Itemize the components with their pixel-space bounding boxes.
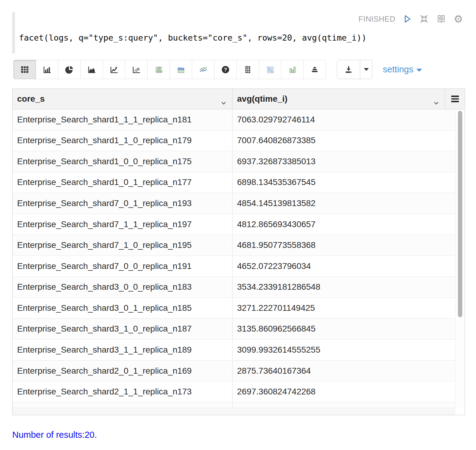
paragraph-status: FINISHED bbox=[358, 15, 395, 24]
table-row: Enterprise_Search_shard2_1_1_replica_n17… bbox=[13, 381, 455, 402]
cell-core-s: Enterprise_Search_shard1_1_0_replica_n17… bbox=[13, 130, 233, 151]
chevron-down-icon[interactable] bbox=[434, 97, 439, 107]
cell-avg-qtime-i: 2875.73640167364 bbox=[233, 361, 455, 381]
vertical-scrollbar[interactable] bbox=[456, 109, 465, 407]
table-row: Enterprise_Search_shard7_0_0_replica_n19… bbox=[13, 256, 455, 277]
download-icon bbox=[344, 65, 353, 74]
chart-type-pivot-grid-button[interactable] bbox=[236, 60, 259, 79]
gear-icon[interactable]: ⚙ bbox=[453, 13, 464, 24]
run-play-icon[interactable] bbox=[401, 13, 412, 24]
code-editor[interactable]: facet(logs, q="type_s:query", buckets="c… bbox=[19, 33, 367, 42]
chart-type-bubble-grid-button[interactable] bbox=[147, 60, 170, 79]
table-row: Enterprise_Search_shard3_0_0_replica_n18… bbox=[13, 277, 455, 298]
svg-text:?: ? bbox=[224, 66, 227, 72]
cell-core-s: Enterprise_Search_shard7_1_0_replica_n19… bbox=[13, 235, 233, 256]
chart-type-group: ? bbox=[13, 60, 326, 79]
bar-chart-icon bbox=[42, 65, 52, 74]
chart-type-bar-chart-button[interactable] bbox=[36, 60, 58, 79]
cell-avg-qtime-i: 3271.222701149425 bbox=[233, 298, 455, 318]
multi-line-icon bbox=[198, 65, 208, 74]
chart-type-scatter-chart-button[interactable] bbox=[125, 60, 148, 79]
grid-header: core_s avg(qtime_i) bbox=[13, 89, 465, 109]
cell-core-s: Enterprise_Search_shard1_1_1_replica_n18… bbox=[13, 109, 233, 130]
shrink-paragraph-icon[interactable] bbox=[419, 13, 430, 24]
chart-type-table-button[interactable] bbox=[13, 60, 36, 79]
cell-avg-qtime-i: 2697.360824742268 bbox=[233, 381, 455, 402]
scrollbar-corner bbox=[456, 408, 465, 415]
chart-type-help-button[interactable]: ? bbox=[214, 60, 237, 79]
cell-core-s: Enterprise_Search_shard3_0_1_replica_n18… bbox=[13, 298, 233, 318]
cell-core-s: Enterprise_Search_shard7_0_0_replica_n19… bbox=[13, 256, 233, 277]
cell-core-s: Enterprise_Search_shard2_0_1_replica_n16… bbox=[13, 361, 233, 381]
table-row: Enterprise_Search_shard3_0_1_replica_n18… bbox=[13, 298, 455, 319]
pyramid-icon bbox=[310, 65, 320, 74]
horizontal-scrollbar[interactable] bbox=[13, 408, 456, 415]
table-row: Enterprise_Search_shard7_0_1_replica_n19… bbox=[13, 193, 455, 214]
pivot-grid-icon bbox=[243, 65, 253, 74]
cell-avg-qtime-i: 3099.9932614555255 bbox=[233, 339, 455, 360]
column-label: avg(qtime_i) bbox=[237, 94, 287, 104]
cell-avg-qtime-i: 7063.029792746114 bbox=[233, 109, 455, 130]
cell-avg-qtime-i: 4652.07223796034 bbox=[233, 256, 455, 277]
cell-avg-qtime-i: 4681.950773558368 bbox=[233, 235, 455, 256]
cell-avg-qtime-i: 7007.640826873385 bbox=[233, 130, 455, 151]
results-count: Number of results:20. bbox=[12, 430, 97, 440]
table-row: Enterprise_Search_shard1_0_1_replica_n17… bbox=[13, 172, 455, 193]
column-header-avg-qtime-i[interactable]: avg(qtime_i) bbox=[233, 89, 445, 109]
caret-down-icon bbox=[364, 68, 369, 71]
area-chart-icon bbox=[87, 65, 97, 74]
results-grid: core_s avg(qtime_i) Enterprise_Search_sh… bbox=[12, 89, 465, 415]
table-row: Enterprise_Search_shard2_0_1_replica_n16… bbox=[13, 361, 455, 382]
download-options-button[interactable] bbox=[360, 60, 372, 79]
column-header-core-s[interactable]: core_s bbox=[13, 89, 233, 109]
cell-avg-qtime-i: 3135.860962566845 bbox=[233, 319, 455, 339]
cell-core-s bbox=[13, 402, 233, 407]
chart-type-column-green-button[interactable] bbox=[281, 60, 304, 79]
cell-core-s: Enterprise_Search_shard3_0_0_replica_n18… bbox=[13, 277, 233, 298]
settings-caret-icon bbox=[416, 69, 422, 72]
table-row: Enterprise_Search_shard3_1_1_replica_n18… bbox=[13, 339, 455, 361]
visualization-toolbar: ? settings bbox=[13, 60, 422, 79]
chevron-down-icon[interactable] bbox=[221, 97, 226, 107]
cell-core-s: Enterprise_Search_shard3_1_0_replica_n18… bbox=[13, 319, 233, 339]
chart-type-stacked-area-button[interactable] bbox=[170, 60, 192, 79]
table-icon bbox=[20, 65, 30, 74]
hamburger-menu-icon bbox=[451, 96, 459, 102]
cell-core-s: Enterprise_Search_shard3_1_1_replica_n18… bbox=[13, 339, 233, 360]
table-row: Enterprise_Search_shard1_0_0_replica_n17… bbox=[13, 151, 455, 172]
cell-avg-qtime-i: 3534.2339181286548 bbox=[233, 277, 455, 298]
stacked-area-icon bbox=[176, 65, 186, 74]
paragraph-control-bar: FINISHED ⚙ bbox=[358, 13, 464, 24]
cell-avg-qtime-i: 4812.865693430657 bbox=[233, 214, 455, 235]
chart-type-multi-line-button[interactable] bbox=[192, 60, 214, 79]
cell-avg-qtime-i: 4854.145139813582 bbox=[233, 193, 455, 214]
cell-core-s: Enterprise_Search_shard2_1_1_replica_n17… bbox=[13, 381, 233, 402]
download-button[interactable] bbox=[337, 60, 360, 79]
table-row: Enterprise_Search_shard1_1_0_replica_n17… bbox=[13, 130, 455, 151]
table-row-partial bbox=[13, 402, 455, 407]
cell-core-s: Enterprise_Search_shard7_1_1_replica_n19… bbox=[13, 214, 233, 235]
grid-body: Enterprise_Search_shard1_1_1_replica_n18… bbox=[13, 109, 456, 407]
column-green-icon bbox=[287, 65, 297, 74]
grid-menu-button[interactable] bbox=[445, 89, 465, 109]
show-editor-book-icon[interactable] bbox=[436, 13, 447, 24]
settings-label: settings bbox=[383, 64, 413, 74]
heatmap-icon bbox=[265, 65, 275, 74]
download-split-button bbox=[337, 60, 372, 79]
table-row: Enterprise_Search_shard7_1_0_replica_n19… bbox=[13, 235, 455, 256]
chart-type-pie-chart-button[interactable] bbox=[58, 60, 81, 79]
chart-type-line-chart-button[interactable] bbox=[103, 60, 125, 79]
cell-core-s: Enterprise_Search_shard1_0_1_replica_n17… bbox=[13, 172, 233, 193]
chart-type-pyramid-button[interactable] bbox=[303, 60, 326, 79]
chart-type-heatmap-button[interactable] bbox=[259, 60, 281, 79]
vertical-scrollbar-thumb[interactable] bbox=[458, 111, 462, 317]
cell-avg-qtime-i: 6937.326873385013 bbox=[233, 151, 455, 172]
chart-type-area-chart-button[interactable] bbox=[80, 60, 103, 79]
cell-avg-qtime-i bbox=[233, 402, 455, 407]
editor-gutter bbox=[12, 12, 15, 53]
cell-avg-qtime-i: 6898.134535367545 bbox=[233, 172, 455, 193]
settings-dropdown[interactable]: settings bbox=[383, 60, 422, 79]
cell-core-s: Enterprise_Search_shard1_0_0_replica_n17… bbox=[13, 151, 233, 172]
line-chart-icon bbox=[109, 65, 119, 74]
pie-chart-icon bbox=[64, 65, 74, 74]
